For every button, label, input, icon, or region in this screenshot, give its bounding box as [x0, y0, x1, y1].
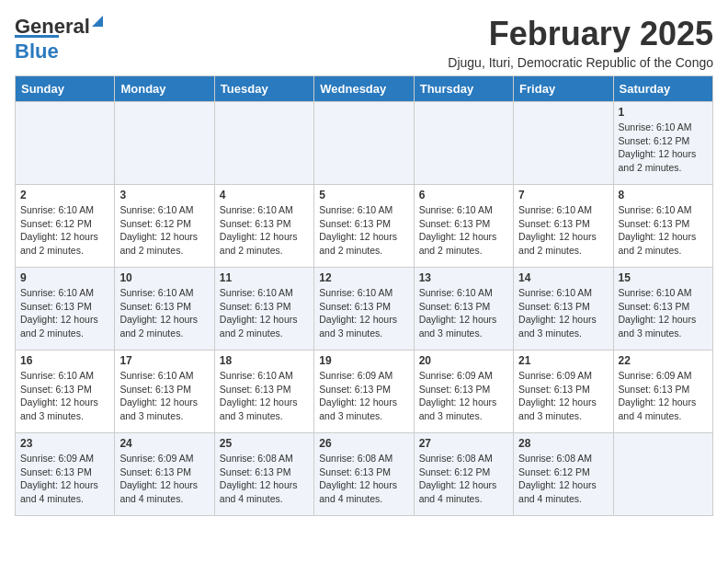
- calendar-cell: 11Sunrise: 6:10 AM Sunset: 6:13 PM Dayli…: [214, 268, 313, 350]
- day-info: Sunrise: 6:10 AM Sunset: 6:13 PM Dayligh…: [319, 203, 408, 258]
- day-info: Sunrise: 6:10 AM Sunset: 6:13 PM Dayligh…: [220, 369, 309, 423]
- calendar-cell: 25Sunrise: 6:08 AM Sunset: 6:13 PM Dayli…: [214, 433, 313, 516]
- calendar-cell: 19Sunrise: 6:09 AM Sunset: 6:13 PM Dayli…: [314, 350, 414, 433]
- day-number: 27: [419, 437, 508, 450]
- day-number: 23: [20, 437, 109, 450]
- day-info: Sunrise: 6:10 AM Sunset: 6:13 PM Dayligh…: [619, 203, 708, 258]
- weekday-header-sunday: Sunday: [16, 76, 115, 102]
- day-number: 24: [119, 437, 209, 450]
- calendar-cell: 18Sunrise: 6:10 AM Sunset: 6:13 PM Dayli…: [214, 350, 313, 433]
- day-number: 25: [220, 437, 309, 450]
- calendar-cell: 7Sunrise: 6:10 AM Sunset: 6:13 PM Daylig…: [514, 185, 613, 268]
- day-info: Sunrise: 6:09 AM Sunset: 6:13 PM Dayligh…: [319, 369, 408, 423]
- calendar: SundayMondayTuesdayWednesdayThursdayFrid…: [15, 75, 713, 516]
- day-number: 15: [619, 271, 708, 284]
- day-info: Sunrise: 6:09 AM Sunset: 6:13 PM Dayligh…: [419, 369, 508, 423]
- day-number: 16: [20, 354, 109, 367]
- day-number: 7: [518, 189, 608, 201]
- weekday-row: SundayMondayTuesdayWednesdayThursdayFrid…: [16, 76, 713, 102]
- day-info: Sunrise: 6:09 AM Sunset: 6:13 PM Dayligh…: [119, 452, 209, 506]
- day-info: Sunrise: 6:08 AM Sunset: 6:13 PM Dayligh…: [319, 452, 408, 506]
- calendar-cell: 15Sunrise: 6:10 AM Sunset: 6:13 PM Dayli…: [613, 268, 712, 350]
- day-info: Sunrise: 6:08 AM Sunset: 6:12 PM Dayligh…: [419, 452, 508, 506]
- day-info: Sunrise: 6:10 AM Sunset: 6:13 PM Dayligh…: [619, 286, 708, 340]
- calendar-cell: 26Sunrise: 6:08 AM Sunset: 6:13 PM Dayli…: [314, 433, 414, 516]
- day-info: Sunrise: 6:10 AM Sunset: 6:13 PM Dayligh…: [419, 286, 508, 340]
- day-number: 11: [220, 271, 309, 284]
- day-number: 3: [119, 189, 209, 201]
- calendar-cell: 23Sunrise: 6:09 AM Sunset: 6:13 PM Dayli…: [16, 433, 115, 516]
- day-info: Sunrise: 6:10 AM Sunset: 6:12 PM Dayligh…: [20, 203, 109, 258]
- day-number: 10: [119, 271, 209, 284]
- day-info: Sunrise: 6:10 AM Sunset: 6:13 PM Dayligh…: [319, 286, 408, 340]
- day-number: 12: [319, 271, 408, 284]
- month-title: February 2025: [448, 15, 713, 53]
- logo-triangle: [92, 16, 103, 27]
- calendar-cell: 1Sunrise: 6:10 AM Sunset: 6:12 PM Daylig…: [613, 102, 712, 185]
- calendar-body: 1Sunrise: 6:10 AM Sunset: 6:12 PM Daylig…: [16, 102, 713, 516]
- day-number: 22: [619, 354, 708, 367]
- day-info: Sunrise: 6:08 AM Sunset: 6:12 PM Dayligh…: [518, 452, 608, 506]
- week-row-5: 23Sunrise: 6:09 AM Sunset: 6:13 PM Dayli…: [16, 433, 713, 516]
- week-row-4: 16Sunrise: 6:10 AM Sunset: 6:13 PM Dayli…: [16, 350, 713, 433]
- day-info: Sunrise: 6:09 AM Sunset: 6:13 PM Dayligh…: [518, 369, 608, 423]
- day-number: 2: [20, 189, 109, 201]
- day-info: Sunrise: 6:10 AM Sunset: 6:13 PM Dayligh…: [419, 203, 508, 258]
- day-number: 13: [419, 271, 508, 284]
- calendar-cell: [214, 102, 313, 185]
- calendar-cell: [115, 102, 214, 185]
- calendar-cell: 10Sunrise: 6:10 AM Sunset: 6:13 PM Dayli…: [115, 268, 214, 350]
- day-number: 28: [518, 437, 608, 450]
- day-info: Sunrise: 6:10 AM Sunset: 6:13 PM Dayligh…: [119, 369, 209, 423]
- day-info: Sunrise: 6:10 AM Sunset: 6:12 PM Dayligh…: [619, 121, 708, 175]
- logo: General Blue: [15, 15, 92, 63]
- calendar-cell: 27Sunrise: 6:08 AM Sunset: 6:12 PM Dayli…: [414, 433, 513, 516]
- calendar-cell: 6Sunrise: 6:10 AM Sunset: 6:13 PM Daylig…: [414, 185, 513, 268]
- weekday-header-friday: Friday: [514, 76, 613, 102]
- day-number: 17: [119, 354, 209, 367]
- calendar-cell: 28Sunrise: 6:08 AM Sunset: 6:12 PM Dayli…: [514, 433, 613, 516]
- weekday-header-saturday: Saturday: [613, 76, 712, 102]
- calendar-cell: 4Sunrise: 6:10 AM Sunset: 6:13 PM Daylig…: [214, 185, 313, 268]
- day-info: Sunrise: 6:10 AM Sunset: 6:13 PM Dayligh…: [220, 286, 309, 340]
- calendar-cell: 12Sunrise: 6:10 AM Sunset: 6:13 PM Dayli…: [314, 268, 414, 350]
- calendar-cell: 13Sunrise: 6:10 AM Sunset: 6:13 PM Dayli…: [414, 268, 513, 350]
- day-number: 19: [319, 354, 408, 367]
- calendar-cell: 3Sunrise: 6:10 AM Sunset: 6:12 PM Daylig…: [115, 185, 214, 268]
- weekday-header-tuesday: Tuesday: [214, 76, 313, 102]
- day-info: Sunrise: 6:09 AM Sunset: 6:13 PM Dayligh…: [619, 369, 708, 423]
- calendar-cell: [613, 433, 712, 516]
- week-row-1: 1Sunrise: 6:10 AM Sunset: 6:12 PM Daylig…: [16, 102, 713, 185]
- header: General Blue February 2025 Djugu, Ituri,…: [15, 15, 713, 70]
- calendar-cell: 8Sunrise: 6:10 AM Sunset: 6:13 PM Daylig…: [613, 185, 712, 268]
- calendar-cell: [314, 102, 414, 185]
- day-number: 20: [419, 354, 508, 367]
- day-info: Sunrise: 6:09 AM Sunset: 6:13 PM Dayligh…: [20, 452, 109, 506]
- logo-blue: Blue: [15, 35, 59, 63]
- title-area: February 2025 Djugu, Ituri, Democratic R…: [448, 15, 713, 70]
- day-number: 18: [220, 354, 309, 367]
- day-number: 1: [619, 106, 708, 119]
- day-number: 5: [319, 189, 408, 201]
- day-number: 21: [518, 354, 608, 367]
- day-info: Sunrise: 6:10 AM Sunset: 6:13 PM Dayligh…: [20, 286, 109, 340]
- calendar-cell: [514, 102, 613, 185]
- calendar-cell: 17Sunrise: 6:10 AM Sunset: 6:13 PM Dayli…: [115, 350, 214, 433]
- calendar-cell: 21Sunrise: 6:09 AM Sunset: 6:13 PM Dayli…: [514, 350, 613, 433]
- day-number: 6: [419, 189, 508, 201]
- calendar-cell: 16Sunrise: 6:10 AM Sunset: 6:13 PM Dayli…: [16, 350, 115, 433]
- weekday-header-thursday: Thursday: [414, 76, 513, 102]
- calendar-cell: 5Sunrise: 6:10 AM Sunset: 6:13 PM Daylig…: [314, 185, 414, 268]
- location-subtitle: Djugu, Ituri, Democratic Republic of the…: [448, 55, 713, 70]
- calendar-cell: 9Sunrise: 6:10 AM Sunset: 6:13 PM Daylig…: [16, 268, 115, 350]
- day-info: Sunrise: 6:10 AM Sunset: 6:13 PM Dayligh…: [518, 286, 608, 340]
- calendar-cell: 20Sunrise: 6:09 AM Sunset: 6:13 PM Dayli…: [414, 350, 513, 433]
- calendar-cell: 22Sunrise: 6:09 AM Sunset: 6:13 PM Dayli…: [613, 350, 712, 433]
- day-number: 26: [319, 437, 408, 450]
- week-row-3: 9Sunrise: 6:10 AM Sunset: 6:13 PM Daylig…: [16, 268, 713, 350]
- calendar-cell: 24Sunrise: 6:09 AM Sunset: 6:13 PM Dayli…: [115, 433, 214, 516]
- day-info: Sunrise: 6:10 AM Sunset: 6:13 PM Dayligh…: [119, 286, 209, 340]
- day-info: Sunrise: 6:10 AM Sunset: 6:13 PM Dayligh…: [220, 203, 309, 258]
- day-number: 4: [220, 189, 309, 201]
- day-info: Sunrise: 6:10 AM Sunset: 6:12 PM Dayligh…: [119, 203, 209, 258]
